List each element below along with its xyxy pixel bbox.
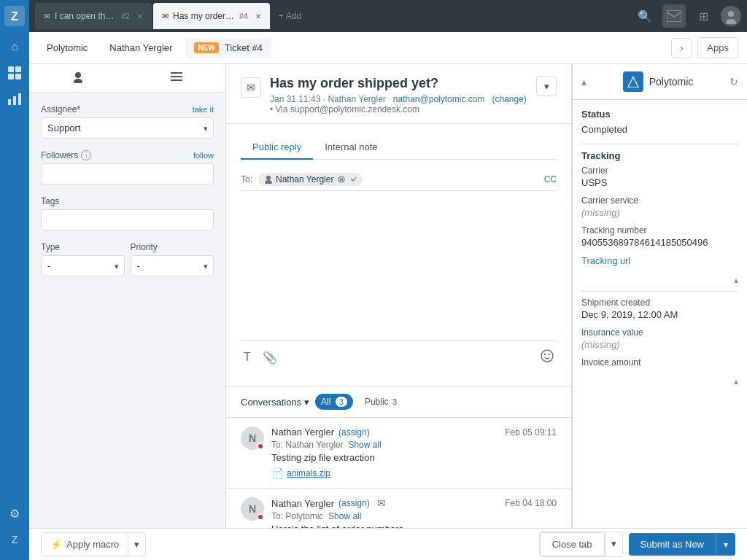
section-collapse-icon-2[interactable]: ▴	[734, 376, 738, 386]
sidebar-icon-zendesk[interactable]: Z	[3, 528, 26, 551]
recipient-pill: Nathan Yergler	[258, 173, 363, 186]
breadcrumb-ticket4[interactable]: NEW Ticket #4	[185, 38, 271, 58]
conv-date-2: Feb 04 18:00	[505, 498, 557, 508]
panel-collapse-icon[interactable]: ▴	[581, 76, 587, 88]
close-tab-button[interactable]: Close tab	[540, 532, 605, 556]
sidebar-icon-reports[interactable]	[3, 88, 26, 111]
conv-author-1: Nathan Yergler	[271, 427, 334, 438]
sidebar-icon-admin[interactable]: ⚙	[3, 502, 26, 525]
svg-point-22	[541, 350, 553, 362]
take-it-link[interactable]: take it	[193, 105, 214, 114]
ticket-options-dropdown[interactable]: ▾	[536, 76, 557, 96]
conv-show-all-1[interactable]: Show all	[348, 440, 381, 450]
refresh-icon[interactable]: ↻	[729, 76, 738, 88]
emoji-icon[interactable]	[538, 346, 557, 368]
collapse-row-2: ▴	[581, 376, 738, 386]
breadcrumb-nathan[interactable]: Nathan Yergler	[101, 38, 181, 58]
ticket-change-link[interactable]: (change)	[492, 94, 526, 104]
reply-tab-public[interactable]: Public reply	[241, 136, 313, 160]
add-tab-button[interactable]: + Add	[271, 7, 309, 26]
search-icon-button[interactable]: 🔍	[633, 4, 657, 28]
conv-tab-all-count: 3	[336, 397, 347, 407]
add-tab-label: + Add	[279, 11, 301, 21]
conversations-filter[interactable]: Conversations ▾	[241, 397, 309, 408]
svg-rect-2	[8, 66, 14, 72]
ticket-header: ✉ Has my order shipped yet? Jan 31 11:43…	[226, 64, 571, 124]
conv-assign-1[interactable]: (assign)	[338, 427, 370, 438]
submit-main-button[interactable]: Submit as New	[629, 533, 716, 556]
svg-point-15	[74, 79, 82, 83]
apply-macro-button[interactable]: ⚡ Apply macro	[42, 533, 128, 556]
left-panel: Assignee* take it Support Followers i fo…	[29, 64, 226, 560]
submit-chevron-button[interactable]: ▾	[716, 534, 735, 556]
svg-rect-8	[18, 93, 21, 105]
compose-textarea[interactable]	[241, 197, 557, 340]
priority-field: Priority -	[131, 242, 214, 276]
section-collapse-icon[interactable]: ▴	[734, 275, 738, 285]
close-tab-wrapper: Close tab ▾	[539, 532, 623, 557]
conv-tab-public-count: 3	[392, 397, 397, 406]
left-panel-tab-list[interactable]	[128, 64, 226, 92]
invoice-label: Invoice amount	[581, 357, 738, 368]
carrier-service-value: (missing)	[581, 207, 738, 218]
followers-input[interactable]	[41, 163, 214, 184]
tab-1-close[interactable]: ✕	[137, 12, 143, 20]
grid-icon-button[interactable]: ⊞	[692, 4, 715, 28]
user-avatar[interactable]	[721, 6, 741, 26]
svg-point-24	[549, 354, 550, 355]
submit-button[interactable]: Submit as New ▾	[629, 533, 735, 556]
file-link-1[interactable]: animals.zip	[287, 468, 330, 478]
tab-2-close[interactable]: ✕	[255, 12, 261, 20]
sidebar-icon-home[interactable]: ⌂	[3, 35, 26, 58]
type-select[interactable]: -	[41, 255, 125, 276]
compose-icon-button[interactable]	[662, 4, 686, 28]
reply-tab-internal[interactable]: Internal note	[313, 136, 389, 160]
macro-chevron-button[interactable]: ▾	[128, 533, 145, 556]
tab-2[interactable]: ✉ Has my order shipped yet? #4 ✕	[153, 3, 270, 29]
tab-1[interactable]: ✉ I can open the door #2 ✕	[35, 3, 152, 29]
assignee-select[interactable]: Support	[41, 117, 214, 139]
reply-tabs: Public reply Internal note	[241, 136, 557, 160]
tracking-title: Tracking	[581, 150, 738, 161]
carrier-field: Carrier USPS	[581, 166, 738, 188]
left-panel-tabs	[29, 64, 225, 93]
shipment-created-field: Shipment created Dec 9, 2019, 12:00 AM	[581, 298, 738, 320]
left-panel-tab-user[interactable]	[29, 64, 128, 92]
follow-link[interactable]: follow	[193, 151, 214, 160]
svg-rect-10	[667, 10, 681, 22]
conv-tab-all[interactable]: All 3	[315, 394, 353, 410]
cc-button[interactable]: CC	[544, 174, 557, 184]
app-logo[interactable]: Z	[4, 6, 25, 26]
apps-button[interactable]: Apps	[697, 37, 738, 58]
top-bar: ✉ I can open the door #2 ✕ ✉ Has my orde…	[29, 0, 747, 32]
navigate-button[interactable]: ›	[671, 38, 692, 58]
insurance-label: Insurance value	[581, 327, 738, 338]
file-icon-1: 📄	[271, 467, 284, 479]
tags-input[interactable]	[41, 209, 214, 230]
text-format-icon[interactable]: T	[241, 348, 254, 367]
sidebar-icon-views[interactable]	[3, 61, 26, 85]
conv-show-all-2[interactable]: Show all	[328, 511, 361, 521]
tracking-number-value: 940553689784614185050496	[581, 237, 738, 248]
conversations-chevron-icon: ▾	[304, 397, 309, 408]
tracking-section: Tracking Carrier USPS Carrier service (m…	[581, 150, 738, 266]
followers-label-row: Followers i follow	[41, 150, 214, 160]
assignee-select-wrapper: Support	[41, 117, 214, 139]
invoice-field: Invoice amount	[581, 357, 738, 368]
priority-select-wrapper: -	[131, 255, 214, 276]
conv-assign-2[interactable]: (assign)	[338, 498, 370, 508]
macro-label: Apply macro	[66, 539, 119, 550]
attachment-icon[interactable]: 📎	[260, 348, 280, 368]
collapse-row: ▴	[581, 275, 738, 285]
conv-tab-public[interactable]: Public 3	[359, 394, 403, 410]
conv-header-1: Nathan Yergler (assign) Feb 05 09:11	[271, 427, 557, 438]
top-bar-right: 🔍 ⊞	[633, 4, 741, 28]
close-tab-chevron[interactable]: ▾	[605, 532, 622, 556]
right-panel-header: ▴ Polytomic ↻	[573, 64, 747, 100]
ticket-meta: Jan 31 11:43 · Nathan Yergler nathan@pol…	[270, 94, 527, 114]
priority-select[interactable]: -	[131, 255, 214, 276]
breadcrumb-polytomic[interactable]: Polytomic	[38, 38, 96, 58]
brand-logo	[623, 71, 643, 92]
tracking-url-link[interactable]: Tracking url	[581, 255, 630, 266]
ticket-email-link[interactable]: nathan@polytomic.com	[393, 94, 485, 104]
